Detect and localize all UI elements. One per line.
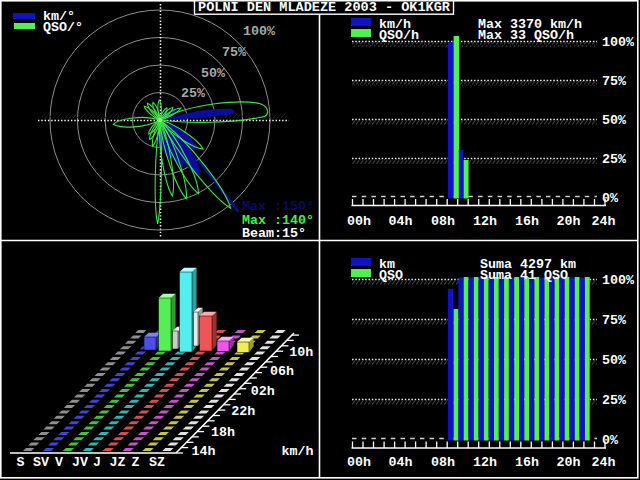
svg-text:100%: 100%	[602, 35, 634, 50]
svg-text:08h: 08h	[431, 214, 455, 229]
svg-text:75%: 75%	[602, 313, 626, 328]
svg-text:50%: 50%	[602, 113, 626, 128]
svg-text:20h: 20h	[557, 214, 581, 229]
svg-text:QSO/h: QSO/h	[379, 28, 419, 43]
svg-text:14h: 14h	[192, 444, 216, 459]
svg-text:00h: 00h	[347, 455, 371, 470]
svg-text:V: V	[55, 455, 63, 470]
svg-text:75%: 75%	[222, 45, 246, 60]
svg-text:100%: 100%	[602, 273, 634, 288]
svg-text:24h: 24h	[592, 455, 616, 470]
svg-text:50%: 50%	[602, 353, 626, 368]
svg-text:Beam:15°: Beam:15°	[242, 226, 306, 241]
svg-text:16h: 16h	[515, 455, 539, 470]
svg-text:12h: 12h	[473, 214, 497, 229]
svg-text:04h: 04h	[389, 455, 413, 470]
svg-text:JV: JV	[72, 455, 88, 470]
svg-text:J: J	[93, 455, 101, 470]
svg-text:km/h: km/h	[282, 444, 314, 459]
svg-text:00h: 00h	[347, 214, 371, 229]
svg-text:POLNI DEN MLADEZE 2003 - OK1KG: POLNI DEN MLADEZE 2003 - OK1KGR	[198, 0, 450, 15]
svg-text:25%: 25%	[602, 393, 626, 408]
svg-text:Suma 41 QSO: Suma 41 QSO	[480, 268, 568, 283]
svg-text:50%: 50%	[201, 66, 225, 81]
svg-text:Max 33 QSO/h: Max 33 QSO/h	[478, 28, 574, 43]
svg-text:18h: 18h	[211, 425, 235, 440]
svg-text:100%: 100%	[243, 24, 275, 39]
svg-text:06h: 06h	[270, 364, 294, 379]
svg-text:02h: 02h	[251, 384, 275, 399]
svg-text:25%: 25%	[602, 152, 626, 167]
svg-text:75%: 75%	[602, 74, 626, 89]
svg-text:20h: 20h	[557, 455, 581, 470]
svg-text:12h: 12h	[473, 455, 497, 470]
svg-text:QSO: QSO	[379, 268, 403, 283]
svg-text:25%: 25%	[181, 86, 205, 101]
svg-text:08h: 08h	[431, 455, 455, 470]
svg-text:QSO/°: QSO/°	[43, 20, 83, 35]
svg-text:S: S	[17, 455, 25, 470]
svg-text:JZ: JZ	[110, 455, 126, 470]
svg-text:22h: 22h	[231, 404, 255, 419]
svg-text:SV: SV	[33, 455, 49, 470]
svg-text:04h: 04h	[389, 214, 413, 229]
svg-text:Z: Z	[132, 455, 140, 470]
svg-text:16h: 16h	[515, 214, 539, 229]
svg-text:10h: 10h	[289, 345, 313, 360]
svg-text:SZ: SZ	[149, 455, 165, 470]
svg-text:24h: 24h	[592, 214, 616, 229]
svg-text:Max :150°: Max :150°	[242, 199, 314, 214]
